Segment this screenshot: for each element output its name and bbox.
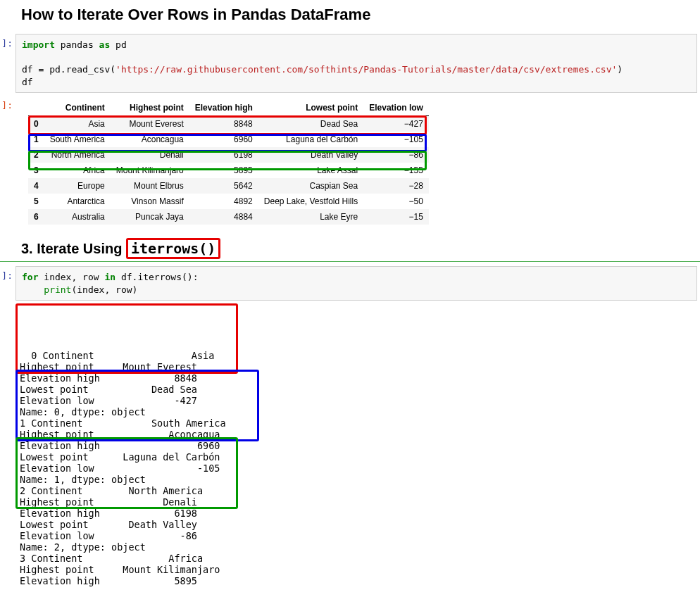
page-title: How to Iterate Over Rows in Pandas DataF… bbox=[21, 6, 700, 24]
txt-indent bbox=[22, 284, 44, 295]
highlight-row-1 bbox=[28, 134, 427, 152]
output-highlight-1 bbox=[15, 370, 259, 441]
table-cell: −28 bbox=[363, 178, 429, 194]
table-cell: 4884 bbox=[189, 209, 258, 225]
txt-url: 'https://raw.githubusercontent.com/softh… bbox=[115, 64, 617, 75]
col-header: Lowest point bbox=[258, 100, 363, 116]
table-cell: 4892 bbox=[189, 194, 258, 209]
table-cell: −15 bbox=[363, 209, 429, 225]
table-row: 4EuropeMount Elbrus5642Caspian Sea−28 bbox=[28, 178, 429, 194]
table-cell: −50 bbox=[363, 194, 429, 209]
input-prompt-2: ]: bbox=[0, 266, 13, 301]
input-prompt: ]: bbox=[0, 34, 13, 93]
table-cell: Caspian Sea bbox=[258, 178, 363, 194]
code-cell-2: ]: for index, row in df.iterrows(): prin… bbox=[0, 266, 700, 301]
col-header: Continent bbox=[44, 100, 111, 116]
col-header bbox=[28, 100, 44, 116]
txt-pandas: pandas bbox=[55, 39, 99, 50]
table-cell: Vinson Massif bbox=[111, 194, 189, 209]
kw-in: in bbox=[104, 272, 115, 282]
txt-printargs: (index, row) bbox=[71, 284, 137, 295]
kw-for: for bbox=[22, 272, 38, 282]
kw-import: import bbox=[22, 39, 55, 50]
table-cell: 5642 bbox=[189, 178, 258, 194]
table-cell: 6 bbox=[28, 209, 44, 225]
txt-dot: . bbox=[61, 64, 66, 75]
dataframe-output: ContinentHighest pointElevation highLowe… bbox=[28, 100, 700, 225]
code-cell-1: ]: import pandas as pd df = pd.read_csv(… bbox=[0, 34, 700, 93]
table-cell: Puncak Jaya bbox=[111, 209, 189, 225]
table-cell: Lake Eyre bbox=[258, 209, 363, 225]
txt-close: ) bbox=[617, 64, 623, 75]
output-highlight-2 bbox=[15, 437, 238, 509]
txt-iterrows: iterrows(): bbox=[137, 272, 198, 282]
heading-prefix: 3. Iterate Using bbox=[21, 241, 126, 256]
table-cell: 4 bbox=[28, 178, 44, 194]
txt-dfexpr: df bbox=[115, 272, 132, 282]
kw-as: as bbox=[99, 39, 111, 50]
table-cell: Europe bbox=[44, 178, 111, 194]
txt-vars: index, row bbox=[38, 272, 104, 282]
highlight-row-0 bbox=[28, 115, 427, 135]
output-highlight-0 bbox=[15, 303, 238, 374]
fn-print: print bbox=[44, 284, 71, 295]
table-row: 5AntarcticaVinson Massif4892Deep Lake, V… bbox=[28, 194, 429, 209]
table-cell: Deep Lake, Vestfold Hills bbox=[258, 194, 363, 209]
section-heading: 3. Iterate Using iterrows() bbox=[21, 240, 700, 257]
highlight-row-2 bbox=[28, 151, 427, 170]
output-area-1: ]: ContinentHighest pointElevation highL… bbox=[0, 96, 700, 225]
heading-code: iterrows() bbox=[126, 238, 220, 259]
code-content-1[interactable]: import pandas as pd df = pd.read_csv('ht… bbox=[15, 34, 697, 93]
table-cell: Antarctica bbox=[44, 194, 111, 209]
txt-df: df bbox=[22, 64, 38, 75]
txt-pd2: pd bbox=[44, 64, 60, 75]
code-content-2[interactable]: for index, row in df.iterrows(): print(i… bbox=[15, 266, 697, 301]
txt-pd: pd bbox=[110, 39, 126, 50]
txt-df2: df bbox=[22, 77, 33, 87]
txt-readcsv: read_csv( bbox=[66, 64, 115, 75]
col-header: Elevation high bbox=[189, 100, 258, 116]
table-cell: Mount Elbrus bbox=[111, 178, 189, 194]
table-cell: Australia bbox=[44, 209, 111, 225]
table-cell: 5 bbox=[28, 194, 44, 209]
table-row: 6AustraliaPuncak Jaya4884Lake Eyre−15 bbox=[28, 209, 429, 225]
text-output: 0 Continent Asia Highest point Mount Eve… bbox=[15, 303, 700, 588]
col-header: Highest point bbox=[111, 100, 189, 116]
section-divider bbox=[0, 261, 700, 262]
output-prompt: ]: bbox=[0, 96, 13, 225]
col-header: Elevation low bbox=[363, 100, 429, 116]
